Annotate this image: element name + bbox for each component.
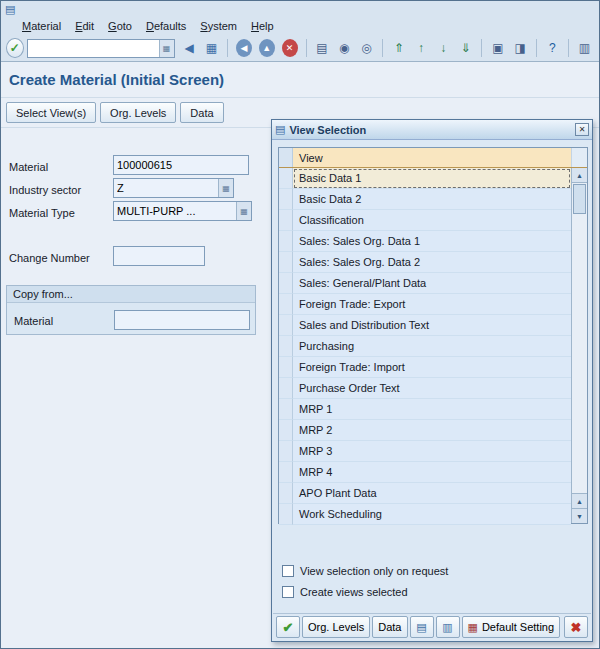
- dialog-titlebar[interactable]: ▤ View Selection ✕: [272, 120, 592, 140]
- view-row[interactable]: Purchase Order Text: [279, 378, 571, 399]
- view-row[interactable]: Sales: Sales Org. Data 2: [279, 252, 571, 273]
- command-input[interactable]: [28, 40, 159, 57]
- industry-sector-input[interactable]: [114, 179, 218, 197]
- row-select-cell[interactable]: [279, 483, 293, 504]
- dialog-data-button[interactable]: Data: [372, 616, 407, 638]
- checkbox-row[interactable]: Create views selected: [282, 586, 448, 598]
- table-corner-cell[interactable]: [279, 148, 293, 167]
- change-number-input[interactable]: [113, 246, 205, 266]
- menu-item[interactable]: System: [193, 18, 244, 34]
- checkbox[interactable]: [282, 586, 294, 598]
- view-row[interactable]: Foreign Trade: Import: [279, 357, 571, 378]
- enter-button[interactable]: ✓: [6, 38, 24, 58]
- window-icon[interactable]: ▤: [5, 4, 15, 15]
- view-row[interactable]: Basic Data 2: [279, 189, 571, 210]
- row-select-cell[interactable]: [279, 294, 293, 315]
- dialog-cancel-button[interactable]: ✖: [564, 616, 588, 638]
- exit-circle-icon[interactable]: ▲: [259, 39, 275, 57]
- scroll-up-icon[interactable]: ▲: [572, 168, 587, 183]
- find-icon[interactable]: ◉: [335, 37, 354, 59]
- checkbox-row[interactable]: View selection only on request: [282, 565, 448, 577]
- view-row[interactable]: Sales and Distribution Text: [279, 315, 571, 336]
- row-select-cell[interactable]: [279, 441, 293, 462]
- deselect-all-button[interactable]: ▥: [436, 616, 460, 638]
- dialog-close-icon[interactable]: ✕: [575, 123, 589, 136]
- toolbar-separator: [536, 39, 537, 57]
- row-select-cell[interactable]: [279, 357, 293, 378]
- industry-sector-dropdown-icon[interactable]: ▦: [218, 179, 233, 197]
- new-session-icon[interactable]: ▣: [488, 37, 507, 59]
- check-icon: ✔: [283, 620, 294, 635]
- back-arrow-icon[interactable]: ◀: [180, 37, 199, 59]
- menu-item[interactable]: Edit: [68, 18, 101, 34]
- row-select-cell[interactable]: [279, 399, 293, 420]
- default-setting-label: Default Setting: [482, 621, 554, 633]
- row-select-cell[interactable]: [279, 189, 293, 210]
- row-select-cell[interactable]: [279, 462, 293, 483]
- row-select-cell[interactable]: [279, 378, 293, 399]
- scrollbar-thumb[interactable]: [573, 184, 586, 214]
- print-icon[interactable]: ▤: [312, 37, 331, 59]
- menu-item[interactable]: Goto: [101, 18, 139, 34]
- help-icon[interactable]: ?: [543, 37, 562, 59]
- command-dropdown-icon[interactable]: ▦: [159, 40, 174, 57]
- view-row[interactable]: APO Plant Data: [279, 483, 571, 504]
- row-select-cell[interactable]: [279, 504, 293, 525]
- default-setting-button[interactable]: ▦ Default Setting: [462, 616, 561, 638]
- back-circle-icon[interactable]: ◀: [236, 39, 252, 57]
- data-button[interactable]: Data: [180, 102, 223, 123]
- view-row[interactable]: Purchasing: [279, 336, 571, 357]
- scrollbar-track[interactable]: [572, 215, 587, 493]
- next-page-icon[interactable]: ↓: [434, 37, 453, 59]
- save-icon[interactable]: ▦: [202, 37, 221, 59]
- ok-button[interactable]: ✔: [276, 616, 300, 638]
- copy-from-group: Copy from... Material: [6, 285, 256, 335]
- row-select-cell[interactable]: [279, 315, 293, 336]
- select-views-button[interactable]: Select View(s): [6, 102, 96, 123]
- toolbar-separator: [382, 39, 383, 57]
- copy-material-input[interactable]: [114, 310, 250, 330]
- view-row[interactable]: Basic Data 1: [279, 168, 571, 189]
- material-type-dropdown-icon[interactable]: ▦: [236, 202, 251, 220]
- row-select-cell[interactable]: [279, 252, 293, 273]
- scroll-down-icon[interactable]: ▼: [572, 508, 587, 523]
- row-select-cell[interactable]: [279, 168, 293, 189]
- select-all-icon: ▤: [416, 621, 426, 634]
- table-scrollbar[interactable]: ▲ ▲ ▼: [571, 168, 587, 523]
- material-input[interactable]: [113, 155, 249, 175]
- menu-item[interactable]: Defaults: [139, 18, 193, 34]
- row-select-cell[interactable]: [279, 210, 293, 231]
- org-levels-button[interactable]: Org. Levels: [100, 102, 176, 123]
- menu-item[interactable]: Help: [244, 18, 281, 34]
- view-row-label: Foreign Trade: Export: [293, 294, 571, 315]
- scroll-up-bottom-icon[interactable]: ▲: [572, 493, 587, 508]
- view-row[interactable]: MRP 2: [279, 420, 571, 441]
- cancel-circle-icon[interactable]: ✕: [282, 39, 298, 57]
- checkbox-label: View selection only on request: [300, 565, 448, 577]
- last-page-icon[interactable]: ⇓: [456, 37, 475, 59]
- find-next-icon[interactable]: ◎: [357, 37, 376, 59]
- dialog-org-levels-button[interactable]: Org. Levels: [302, 616, 370, 638]
- view-row[interactable]: Sales: General/Plant Data: [279, 273, 571, 294]
- first-page-icon[interactable]: ⇑: [389, 37, 408, 59]
- customize-icon[interactable]: ▥: [575, 37, 594, 59]
- view-row[interactable]: Foreign Trade: Export: [279, 294, 571, 315]
- create-shortcut-icon[interactable]: ◨: [510, 37, 529, 59]
- view-column-header[interactable]: View: [293, 148, 571, 167]
- view-row-label: MRP 1: [293, 399, 571, 420]
- view-row[interactable]: Sales: Sales Org. Data 1: [279, 231, 571, 252]
- checkbox[interactable]: [282, 565, 294, 577]
- row-select-cell[interactable]: [279, 336, 293, 357]
- select-all-button[interactable]: ▤: [410, 616, 434, 638]
- view-row[interactable]: MRP 4: [279, 462, 571, 483]
- material-type-input[interactable]: [114, 202, 236, 220]
- row-select-cell[interactable]: [279, 273, 293, 294]
- row-select-cell[interactable]: [279, 420, 293, 441]
- previous-page-icon[interactable]: ↑: [411, 37, 430, 59]
- view-row[interactable]: MRP 1: [279, 399, 571, 420]
- row-select-cell[interactable]: [279, 231, 293, 252]
- view-row[interactable]: MRP 3: [279, 441, 571, 462]
- menu-item[interactable]: Material: [15, 18, 68, 34]
- view-row[interactable]: Work Scheduling: [279, 504, 571, 525]
- view-row[interactable]: Classification: [279, 210, 571, 231]
